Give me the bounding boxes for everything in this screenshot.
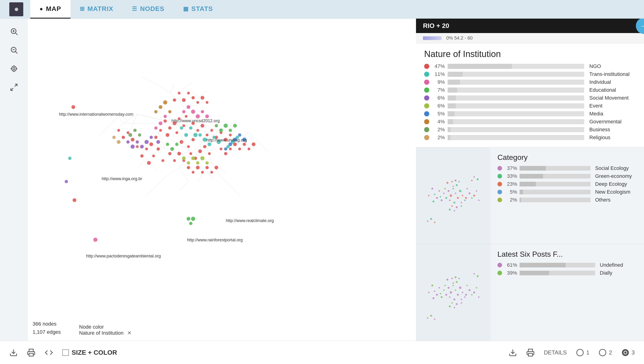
svg-point-114 [140, 154, 144, 158]
svg-point-206 [117, 140, 120, 144]
nature-bar [448, 88, 457, 93]
svg-point-110 [159, 129, 162, 132]
edge-count: 1,107 edges [32, 328, 61, 336]
nature-label: Social Movement [589, 95, 636, 101]
detail-3-button[interactable]: 3 [622, 349, 635, 356]
svg-point-281 [449, 296, 450, 298]
category-row: 5% New Ecologism [498, 189, 637, 195]
detail-1-button[interactable]: 1 [576, 349, 589, 356]
category-pct: 37% [504, 165, 517, 171]
nature-pct: 6% [432, 103, 445, 109]
nature-bar [448, 80, 460, 85]
svg-point-199 [154, 110, 158, 113]
nature-pct: 4% [432, 119, 445, 125]
download-button-left[interactable] [9, 348, 18, 357]
svg-point-182 [140, 145, 144, 148]
size-color-button[interactable]: SIZE + COLOR [62, 349, 117, 356]
print-icon-right [526, 348, 535, 357]
svg-point-144 [178, 92, 180, 94]
code-button[interactable] [45, 348, 53, 357]
nature-bar [448, 135, 450, 140]
download-button-right[interactable] [508, 348, 517, 357]
next-arrow-button[interactable]: → [636, 18, 644, 34]
size-color-label: SIZE + COLOR [72, 349, 117, 356]
svg-point-133 [210, 171, 213, 174]
svg-point-156 [180, 126, 183, 130]
svg-point-142 [252, 142, 256, 146]
svg-point-151 [203, 138, 207, 142]
category-title: Category [498, 153, 637, 162]
svg-point-285 [465, 294, 467, 296]
svg-line-44 [170, 84, 174, 93]
detail-2-button[interactable]: 2 [599, 349, 612, 356]
tab-map[interactable]: ● MAP [30, 0, 70, 18]
svg-point-282 [454, 298, 455, 300]
svg-point-123 [162, 159, 164, 162]
svg-line-67 [221, 177, 230, 186]
svg-point-310 [434, 318, 435, 320]
nature-pct: 47% [432, 63, 445, 69]
svg-point-297 [473, 292, 475, 294]
svg-point-322 [599, 349, 606, 356]
svg-point-180 [144, 140, 149, 144]
svg-point-278 [464, 296, 466, 298]
svg-point-104 [229, 134, 232, 136]
nature-bar-container [448, 80, 584, 85]
svg-point-86 [178, 117, 180, 120]
node-count: 366 nodes [32, 320, 61, 328]
expand-button[interactable] [8, 82, 20, 93]
detail-1-icon [576, 349, 584, 356]
print-button-left[interactable] [27, 348, 35, 357]
nature-bar-container [448, 119, 584, 124]
svg-point-295 [466, 285, 468, 286]
nature-row: 11% Trans-institutional [424, 71, 636, 77]
svg-point-170 [201, 110, 204, 113]
tab-matrix[interactable]: ⊞ MATRIX [70, 0, 122, 18]
tab-nodes[interactable]: ☰ NODES [122, 0, 174, 18]
svg-point-163 [186, 105, 190, 109]
details-label: DETAILS [544, 349, 567, 356]
svg-point-299 [432, 298, 434, 299]
svg-point-93 [192, 122, 195, 125]
size-color-checkbox[interactable] [62, 349, 69, 356]
svg-point-117 [126, 131, 129, 134]
nature-label: NGO [589, 63, 636, 69]
category-label: Green-economy [595, 173, 637, 179]
svg-point-276 [462, 292, 463, 293]
tab-stats[interactable]: ▦ STATS [174, 0, 222, 18]
svg-point-237 [436, 197, 438, 199]
svg-point-7 [13, 68, 15, 70]
category-legend: Category 37% Social Ecology 33% Green-ec… [490, 147, 644, 244]
category-dot [498, 182, 502, 186]
locate-button[interactable] [8, 63, 20, 74]
latest-posts-section: Latest Six Posts F... 61% Undefined 39% … [416, 244, 644, 341]
stats-icon: ▦ [183, 6, 189, 12]
toolbar-left-actions: SIZE + COLOR [9, 348, 117, 357]
svg-point-108 [190, 152, 192, 155]
svg-point-260 [471, 180, 472, 181]
nature-row: 7% Educational [424, 87, 636, 93]
svg-rect-320 [528, 353, 532, 356]
svg-point-121 [152, 154, 155, 157]
zoom-in-button[interactable] [8, 26, 20, 37]
svg-point-187 [191, 156, 195, 160]
close-node-color[interactable]: ✕ [127, 330, 132, 336]
post-bar-container [520, 263, 595, 268]
category-dot [498, 166, 502, 170]
map-canvas[interactable]: http://www.internationalwomensday.com ht… [28, 18, 416, 341]
svg-point-139 [238, 148, 241, 150]
svg-point-248 [456, 206, 458, 208]
svg-point-235 [438, 190, 440, 192]
print-button-right[interactable] [526, 348, 535, 357]
posts-title: Latest Six Posts F... [498, 250, 637, 258]
svg-point-273 [457, 294, 459, 296]
svg-point-292 [454, 276, 456, 278]
zoom-out-button[interactable] [8, 44, 20, 56]
category-dot [498, 174, 502, 178]
nature-label: Media [589, 111, 636, 117]
svg-point-300 [451, 302, 453, 304]
svg-point-233 [440, 196, 441, 198]
svg-point-106 [208, 152, 211, 155]
legend-bar: 0% 54.2 - 60 [416, 33, 644, 43]
nature-bar-container [448, 64, 584, 69]
